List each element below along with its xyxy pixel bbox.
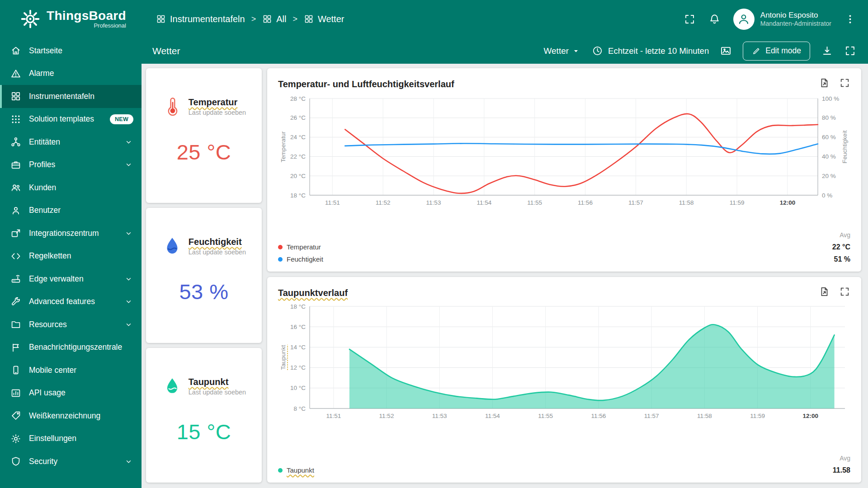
entities-icon bbox=[10, 136, 21, 147]
avg-value: 22 °C bbox=[832, 241, 850, 253]
sidebar-item-solution-templates[interactable]: Solution templatesNEW bbox=[0, 108, 142, 131]
app-name: ThingsBoard bbox=[47, 9, 126, 22]
svg-text:11:51: 11:51 bbox=[325, 199, 340, 206]
file-export-icon[interactable] bbox=[819, 77, 830, 89]
sidebar-item-kunden[interactable]: Kunden bbox=[0, 176, 142, 199]
fullscreen-icon[interactable] bbox=[844, 45, 856, 57]
dashboards-icon bbox=[304, 14, 314, 24]
dashboard-toolbar-actions: WetterEchtzeit - letzte 10 MinutenEdit m… bbox=[543, 42, 856, 61]
svg-text:20 °C: 20 °C bbox=[290, 173, 306, 179]
widget-value: 53 % bbox=[179, 279, 228, 304]
svg-text:Feuchtigkeit: Feuchtigkeit bbox=[841, 130, 848, 163]
sidebar-item-label: Alarme bbox=[29, 69, 133, 78]
sidebar-item-label: Security bbox=[29, 457, 116, 466]
chevron-down-icon bbox=[124, 137, 133, 147]
sidebar-item-label: Instrumententafeln bbox=[29, 92, 133, 101]
kebab-icon[interactable] bbox=[844, 13, 856, 25]
sidebar-item-regelketten[interactable]: Regelketten bbox=[0, 245, 142, 268]
breadcrumb-item-all[interactable]: All bbox=[262, 14, 286, 24]
svg-text:11:58: 11:58 bbox=[679, 199, 694, 206]
chart-title: Taupunktverlauf bbox=[278, 288, 348, 298]
customers-icon bbox=[10, 182, 21, 193]
widget-subtitle: Last update soeben bbox=[189, 249, 246, 256]
breadcrumb-separator: > bbox=[292, 14, 297, 24]
widget-subtitle: Last update soeben bbox=[189, 109, 246, 116]
top-header: ThingsBoard Professional Instrumententaf… bbox=[0, 0, 868, 38]
dashboard-state-select[interactable]: Wetter bbox=[543, 46, 581, 56]
sidebar-item-integrationszentrum[interactable]: Integrationszentrum bbox=[0, 222, 142, 245]
widget-subtitle: Last update soeben bbox=[189, 389, 246, 396]
widget-title: Taupunkt bbox=[189, 377, 246, 387]
user-icon bbox=[10, 205, 21, 216]
bell-icon[interactable] bbox=[708, 13, 721, 25]
avg-value: 51 % bbox=[834, 253, 850, 265]
svg-text:8 °C: 8 °C bbox=[294, 405, 306, 412]
sidebar-item-benachrichtigungszentrale[interactable]: Benachrichtigungszentrale bbox=[0, 336, 142, 359]
sidebar-item-label: Resources bbox=[29, 320, 116, 329]
timewindow-button[interactable]: Echtzeit - letzte 10 Minuten bbox=[592, 45, 709, 56]
dashboard-toolbar: Wetter WetterEchtzeit - letzte 10 Minute… bbox=[142, 38, 868, 64]
svg-text:40 %: 40 % bbox=[822, 153, 836, 160]
sidebar-item-mobile-center[interactable]: Mobile center bbox=[0, 359, 142, 382]
sidebar-item-startseite[interactable]: Startseite bbox=[0, 39, 142, 62]
sidebar-item-advanced-features[interactable]: Advanced features bbox=[0, 291, 142, 314]
svg-text:11:57: 11:57 bbox=[644, 413, 659, 419]
sidebar-item-label: Entitäten bbox=[29, 137, 116, 147]
thingsboard-logo[interactable]: ThingsBoard Professional bbox=[0, 9, 142, 29]
legend-item-feuchtigkeit[interactable]: Feuchtigkeit bbox=[278, 253, 323, 265]
fullscreen-icon[interactable] bbox=[839, 77, 850, 89]
edit-mode-button[interactable]: Edit mode bbox=[743, 42, 810, 61]
svg-text:11:54: 11:54 bbox=[485, 413, 500, 419]
sidebar-item-profiles[interactable]: Profiles bbox=[0, 154, 142, 177]
svg-text:Temperatur: Temperatur bbox=[280, 131, 287, 162]
svg-text:10 °C: 10 °C bbox=[290, 385, 306, 391]
breadcrumb-item-instrumententafeln[interactable]: Instrumententafeln bbox=[156, 14, 245, 24]
sidebar-item-label: Profiles bbox=[29, 160, 116, 169]
fullscreen-icon[interactable] bbox=[684, 13, 696, 25]
sidebar-item-edge-verwalten[interactable]: Edge verwalten bbox=[0, 267, 142, 291]
sidebar-item-label: Kunden bbox=[29, 183, 133, 192]
person-icon bbox=[737, 12, 750, 26]
thingsboard-app: ThingsBoard Professional Instrumententaf… bbox=[0, 0, 868, 488]
breadcrumb-label: Wetter bbox=[318, 14, 344, 24]
legend-item-taupunkt[interactable]: Taupunkt bbox=[278, 464, 314, 476]
svg-text:60 %: 60 % bbox=[822, 134, 836, 141]
dew-drop-icon bbox=[162, 376, 183, 397]
sidebar-item-security[interactable]: Security bbox=[0, 450, 142, 473]
svg-text:11:53: 11:53 bbox=[432, 413, 447, 419]
sidebar-item-resources[interactable]: Resources bbox=[0, 313, 142, 336]
clock-icon bbox=[592, 45, 603, 56]
chevron-down-icon bbox=[124, 457, 133, 466]
svg-text:22 °C: 22 °C bbox=[290, 153, 306, 160]
dashboards-icon bbox=[262, 14, 272, 24]
fullscreen-icon[interactable] bbox=[839, 286, 850, 297]
widget-value: 15 °C bbox=[177, 419, 231, 444]
edge-icon bbox=[10, 273, 21, 284]
sidebar-item-benutzer[interactable]: Benutzer bbox=[0, 199, 142, 222]
sidebar-item-label: Solution templates bbox=[29, 114, 102, 124]
value-widget-temperatur: TemperaturLast update soeben25 °C bbox=[146, 68, 262, 203]
widget-title: Feuchtigkeit bbox=[189, 237, 246, 247]
tools-icon bbox=[10, 296, 21, 307]
sidebar-item-label: Advanced features bbox=[29, 297, 116, 306]
sidebar-item-alarme[interactable]: Alarme bbox=[0, 62, 142, 85]
sidebar-item-wei-kennzeichnung[interactable]: Weißkennzeichnung bbox=[0, 404, 142, 427]
edit-mode-label: Edit mode bbox=[765, 46, 801, 56]
sidebar-item-api-usage[interactable]: API usage bbox=[0, 382, 142, 405]
settings-icon bbox=[10, 433, 21, 444]
sidebar-item-entit-ten[interactable]: Entitäten bbox=[0, 131, 142, 154]
value-widget-taupunkt: TaupunktLast update soeben15 °C bbox=[146, 348, 262, 483]
legend-item-temperatur[interactable]: Temperatur bbox=[278, 241, 323, 253]
file-export-icon[interactable] bbox=[819, 286, 830, 297]
download-icon[interactable] bbox=[821, 45, 833, 57]
user-menu[interactable]: Antonio EspositoMandanten-Administrator bbox=[733, 9, 831, 30]
svg-text:11:55: 11:55 bbox=[538, 413, 553, 419]
chart-title: Temperatur- und Luftfeuchtigkeitsverlauf bbox=[278, 79, 454, 89]
sidebar-item-label: API usage bbox=[29, 388, 133, 398]
svg-text:16 °C: 16 °C bbox=[290, 324, 306, 330]
image-icon[interactable] bbox=[720, 45, 732, 57]
sidebar-item-instrumententafeln[interactable]: Instrumententafeln bbox=[0, 85, 142, 108]
chevron-down-icon bbox=[124, 274, 133, 284]
sidebar-item-einstellungen[interactable]: Einstellungen bbox=[0, 427, 142, 450]
breadcrumb: Instrumententafeln>All>Wetter bbox=[156, 14, 344, 24]
